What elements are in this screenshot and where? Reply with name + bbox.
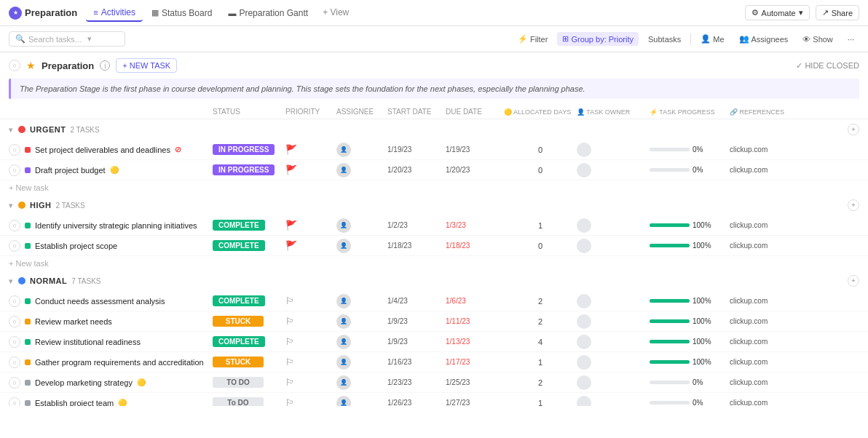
task-assignee[interactable]: 👤 [336,314,387,329]
task-name[interactable]: Establish project scope [35,242,117,250]
task-priority[interactable]: 🏳 [285,357,336,367]
task-assignee[interactable]: 👤 [336,218,387,233]
task-name[interactable]: Establish project team [35,399,114,407]
search-box[interactable]: 🔍 Search tasks... ▾ [9,31,125,47]
task-due-date: 1/27/23 [446,399,504,406]
show-button[interactable]: 👁 Show [797,33,838,46]
col-assignee[interactable]: ASSIGNEE [336,108,387,116]
task-assignee[interactable]: 👤 [336,163,387,178]
task-checkbox[interactable]: ○ [9,144,20,156]
task-name[interactable]: Review market needs [35,317,112,326]
task-name[interactable]: Set project deliverables and deadlines [35,146,170,154]
tab-activities[interactable]: ≡ Activities [86,4,143,22]
subtasks-button[interactable]: Subtasks [643,33,686,46]
task-checkbox[interactable]: ○ [9,397,20,407]
more-options-button[interactable]: ··· [843,33,859,46]
task-checkbox[interactable]: ○ [9,295,20,307]
task-references[interactable]: clickup.com [730,297,810,305]
task-status[interactable]: IN PROGRESS [213,164,285,175]
add-view-btn[interactable]: + View [317,4,355,22]
task-progress: 100% [650,297,730,305]
task-checkbox[interactable]: ○ [9,316,20,327]
task-assignee[interactable]: 👤 [336,143,387,157]
col-priority[interactable]: PRIORITY [285,108,336,116]
task-color-dot [25,167,31,173]
task-priority[interactable]: 🚩 [285,144,336,155]
task-priority[interactable]: 🚩 [285,240,336,251]
task-checkbox[interactable]: ○ [9,357,20,368]
me-button[interactable]: 👤 Me [695,32,729,46]
assignees-button[interactable]: 👥 Assignees [734,32,794,46]
task-status[interactable]: To DO [213,397,285,406]
add-task-urgent[interactable]: + New task [0,180,868,195]
collapse-all-button[interactable]: ○ [9,60,20,71]
task-checkbox[interactable]: ○ [9,336,20,348]
task-assignee[interactable]: 👤 [336,294,387,308]
task-references[interactable]: clickup.com [730,378,810,386]
col-task-owner[interactable]: 👤 TASK OWNER [577,108,650,116]
task-name[interactable]: Identify university strategic planning i… [35,221,197,230]
col-references[interactable]: 🔗 REFERENCES [730,108,810,116]
normal-add-icon[interactable]: + [848,275,859,287]
task-references[interactable]: clickup.com [730,242,810,250]
task-assignee[interactable]: 👤 [336,335,387,349]
task-assignee[interactable]: 👤 [336,396,387,407]
task-name[interactable]: Conduct needs assessment analysis [35,297,165,306]
automate-button[interactable]: ⚙ Automate ▾ [745,5,810,20]
task-assignee[interactable]: 👤 [336,355,387,370]
task-priority[interactable]: 🚩 [285,220,336,231]
filter-button[interactable]: ⚡ Filter [513,32,553,46]
normal-dot [18,277,25,284]
high-add-icon[interactable]: + [848,199,859,211]
task-status[interactable]: STUCK [213,357,285,367]
task-status[interactable]: COMPLETE [213,240,285,251]
task-status[interactable]: TO DO [213,377,285,388]
task-name[interactable]: Draft project budget [35,166,106,175]
col-allocated-days[interactable]: 🟡 ALLOCATED DAYS [504,108,577,116]
task-priority[interactable]: 🏳 [285,295,336,306]
task-assignee[interactable]: 👤 [336,375,387,390]
tab-preparation-gantt[interactable]: ▬ Preparation Gantt [221,4,315,22]
task-references[interactable]: clickup.com [730,399,810,406]
task-checkbox[interactable]: ○ [9,220,20,231]
task-start-date: 1/26/23 [387,399,446,406]
group-header-high[interactable]: ▾ HIGH 2 TASKS + [0,195,868,215]
group-header-urgent[interactable]: ▾ URGENT 2 TASKS + [0,119,868,140]
task-status[interactable]: STUCK [213,316,285,327]
task-references[interactable]: clickup.com [730,358,810,366]
task-status[interactable]: COMPLETE [213,220,285,231]
task-status[interactable]: COMPLETE [213,336,285,347]
group-header-normal[interactable]: ▾ NORMAL 7 TASKS + [0,271,868,291]
share-button[interactable]: ↗ Share [816,5,859,20]
task-priority[interactable]: 🏳 [285,397,336,406]
task-priority[interactable]: 🚩 [285,164,336,175]
task-checkbox[interactable]: ○ [9,377,20,389]
task-references[interactable]: clickup.com [730,317,810,325]
task-name[interactable]: Review institutional readiness [35,338,141,346]
tab-status-board[interactable]: ▦ Status Board [144,4,219,22]
task-checkbox[interactable]: ○ [9,164,20,176]
task-references[interactable]: clickup.com [730,166,810,174]
group-by-button[interactable]: ⊞ Group by: Priority [557,32,639,46]
col-task-progress[interactable]: ⚡ TASK PROGRESS [650,108,730,116]
task-priority[interactable]: 🏳 [285,336,336,347]
task-status[interactable]: COMPLETE [213,295,285,306]
nav-tabs: ≡ Activities ▦ Status Board ▬ Preparatio… [86,4,741,22]
col-status[interactable]: STATUS [213,108,285,116]
task-name[interactable]: Develop marketing strategy [35,378,133,387]
task-references[interactable]: clickup.com [730,146,810,154]
urgent-add-icon[interactable]: + [848,124,859,135]
task-status[interactable]: IN PROGRESS [213,144,285,155]
task-name[interactable]: Gather program requirements and accredit… [35,358,204,367]
task-references[interactable]: clickup.com [730,338,810,346]
add-task-high[interactable]: + New task [0,256,868,271]
task-priority[interactable]: 🏳 [285,316,336,327]
new-task-button[interactable]: + NEW TASK [116,58,177,73]
col-due-date[interactable]: DUE DATE [446,108,504,116]
task-assignee[interactable]: 👤 [336,239,387,253]
task-references[interactable]: clickup.com [730,221,810,229]
hide-closed-button[interactable]: ✓ HIDE CLOSED [796,61,859,71]
task-checkbox[interactable]: ○ [9,240,20,252]
task-priority[interactable]: 🏳 [285,377,336,388]
col-start-date[interactable]: START DATE [387,108,446,116]
